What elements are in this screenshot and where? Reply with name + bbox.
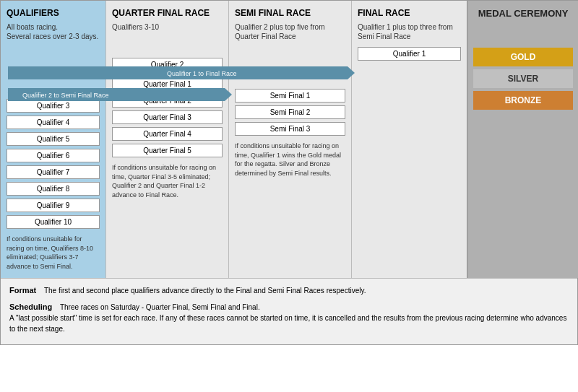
quarter-final-subtitle: Qualifiers 3-10 <box>112 22 223 32</box>
quarter-final-5-box: Quarter Final 5 <box>112 144 223 157</box>
final-race-subtitle: Qualifier 1 plus top three from Semi Fin… <box>358 22 461 41</box>
qualifier-1-box-wrapper: Qualifier 1 <box>358 47 461 61</box>
semi-final-note: If conditions unsuitable for racing on t… <box>235 141 345 178</box>
col-final-race: FINAL RACE Qualifier 1 plus top three fr… <box>351 1 467 278</box>
col-medal-ceremony: MEDAL CEREMONY GOLD SILVER BRONZE <box>467 1 578 278</box>
qualifiers-title: QUALIFIERS <box>7 8 100 18</box>
quarter-final-2-box: Quarter Final 2 <box>112 94 223 108</box>
format-row: Format The first and second place qualif… <box>9 284 569 297</box>
scheduling-text: Three races on Saturday - Quarter Final,… <box>9 303 566 334</box>
qualifier-7-box: Qualifier 7 <box>7 165 100 179</box>
semi-final-2-box: Semi Final 2 <box>235 105 345 119</box>
top-section: QUALIFIERS All boats racing.Several race… <box>1 1 577 278</box>
semi-finals-list: Semi Final 1 Semi Final 2 Semi Final 3 <box>235 89 345 136</box>
medal-ceremony-title: MEDAL CEREMONY <box>473 8 573 19</box>
qualifier-4-box: Qualifier 4 <box>7 116 100 129</box>
qualifier-2-box-wrapper: Qualifier 2 <box>112 58 223 71</box>
semi-final-subtitle: Qualifier 2 plus top five from Quarter F… <box>235 22 345 41</box>
qualifier-5-box: Qualifier 5 <box>7 132 100 146</box>
final-race-title: FINAL RACE <box>358 8 461 18</box>
quarter-final-note: If conditions unsuitable for racing on t… <box>112 163 223 199</box>
main-container: QUALIFIERS All boats racing.Several race… <box>0 0 578 345</box>
places-label: ← Places 3-10 <box>7 89 100 96</box>
silver-medal: SILVER <box>473 69 573 88</box>
medals-container: GOLD SILVER BRONZE <box>473 48 573 110</box>
qualifier-1-box: Qualifier 1 <box>358 47 461 61</box>
semi-final-1-box: Semi Final 1 <box>235 89 345 103</box>
quarter-final-3-box: Quarter Final 3 <box>112 110 223 124</box>
quarter-finals-list: Quarter Final 1 Quarter Final 2 Quarter … <box>112 77 223 157</box>
qualifier-9-box: Qualifier 9 <box>7 199 100 212</box>
q1-arrow-spacer <box>112 38 223 58</box>
format-label: Format <box>9 286 36 295</box>
col-quarter-final: QUARTER FINAL RACE Qualifiers 3-10 Quali… <box>105 1 228 278</box>
qualifier-3-box: Qualifier 3 <box>7 99 100 113</box>
quarter-final-4-box: Quarter Final 4 <box>112 127 223 141</box>
qualifier-2-box: Qualifier 2 <box>112 58 223 71</box>
qualifiers-list: Qualifier 3 Qualifier 4 Qualifier 5 Qual… <box>7 99 100 229</box>
semi-final-3-box: Semi Final 3 <box>235 122 345 136</box>
qualifiers-note: If conditions unsuitable for racing on t… <box>7 235 100 271</box>
semi-arrow-spacer <box>235 47 345 89</box>
qualifier-6-box: Qualifier 6 <box>7 149 100 162</box>
semi-final-title: SEMI FINAL RACE <box>235 8 345 18</box>
qualifiers-subtitle: All boats racing.Several races over 2-3 … <box>7 22 100 41</box>
col-semi-final: SEMI FINAL RACE Qualifier 2 plus top fiv… <box>228 1 351 278</box>
scheduling-label: Scheduling <box>9 302 52 311</box>
quarter-final-1-box: Quarter Final 1 <box>112 77 223 91</box>
scheduling-row: Scheduling Three races on Saturday - Qua… <box>9 301 569 335</box>
format-text: The first and second place qualifiers ad… <box>44 287 366 295</box>
footer: Format The first and second place qualif… <box>1 278 577 344</box>
arrow-spacer <box>7 47 100 84</box>
qualifier-10-box: Qualifier 10 <box>7 215 100 229</box>
qualifier-8-box: Qualifier 8 <box>7 182 100 196</box>
quarter-final-title: QUARTER FINAL RACE <box>112 8 223 18</box>
gold-medal: GOLD <box>473 48 573 66</box>
col-qualifiers: QUALIFIERS All boats racing.Several race… <box>1 1 105 278</box>
bronze-medal: BRONZE <box>473 91 573 110</box>
